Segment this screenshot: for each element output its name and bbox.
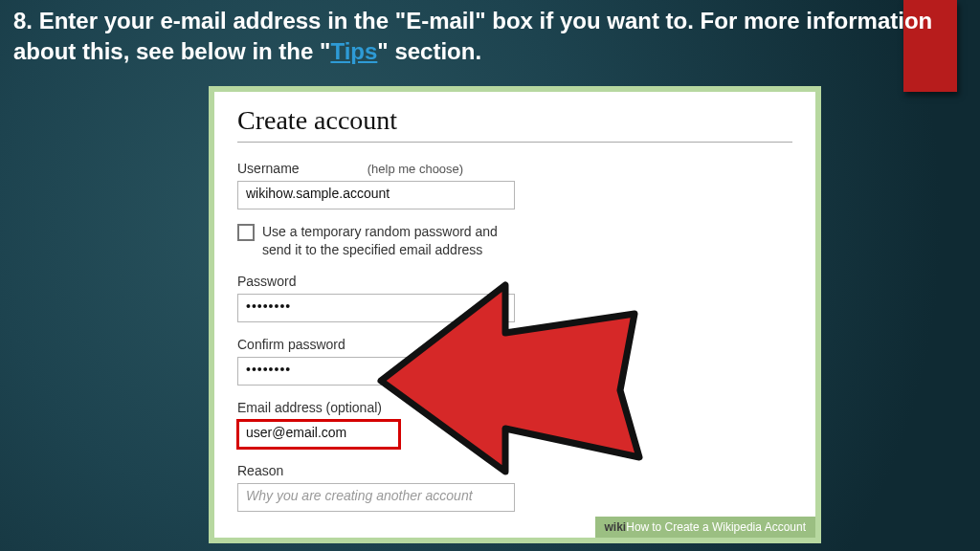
temp-password-row[interactable]: Use a temporary random password and send… bbox=[237, 223, 792, 259]
step-instruction: 8. Enter your e-mail address in the "E-m… bbox=[13, 6, 967, 68]
reason-label: Reason bbox=[237, 463, 283, 478]
create-account-form: Create account Username (help me choose)… bbox=[214, 92, 815, 538]
password-input[interactable]: •••••••• bbox=[237, 294, 515, 322]
confirm-password-label: Confirm password bbox=[237, 337, 345, 352]
footer-tagline: to Create a Wikipedia Account bbox=[652, 520, 806, 534]
form-title: Create account bbox=[237, 105, 792, 143]
confirm-password-input[interactable]: •••••••• bbox=[237, 357, 515, 386]
password-label: Password bbox=[237, 274, 296, 289]
instruction-text-suffix: " section. bbox=[377, 38, 481, 64]
screenshot-panel: Create account Username (help me choose)… bbox=[209, 86, 821, 543]
username-label: Username bbox=[237, 161, 300, 176]
reason-row: Reason Why you are creating another acco… bbox=[237, 462, 792, 512]
brand: wikiHow bbox=[605, 520, 650, 534]
temp-password-checkbox[interactable] bbox=[237, 224, 255, 241]
username-row: Username (help me choose) wikihow.sample… bbox=[237, 160, 792, 209]
email-row: Email address (optional) user@email.com bbox=[237, 399, 792, 449]
reason-input[interactable]: Why you are creating another account bbox=[237, 483, 515, 512]
tips-link[interactable]: Tips bbox=[330, 38, 377, 64]
password-row: Password •••••••• bbox=[237, 273, 792, 322]
temp-password-label: Use a temporary random password and send… bbox=[262, 223, 530, 259]
email-label: Email address (optional) bbox=[237, 400, 382, 415]
email-input[interactable]: user@email.com bbox=[237, 420, 400, 449]
username-help[interactable]: (help me choose) bbox=[368, 162, 463, 176]
brand-dark: wiki bbox=[605, 520, 627, 534]
confirm-password-row: Confirm password •••••••• bbox=[237, 336, 792, 386]
username-input[interactable]: wikihow.sample.account bbox=[237, 181, 515, 209]
brand-light: How bbox=[626, 520, 649, 534]
panel-footer: wikiHow to Create a Wikipedia Account bbox=[595, 517, 815, 538]
